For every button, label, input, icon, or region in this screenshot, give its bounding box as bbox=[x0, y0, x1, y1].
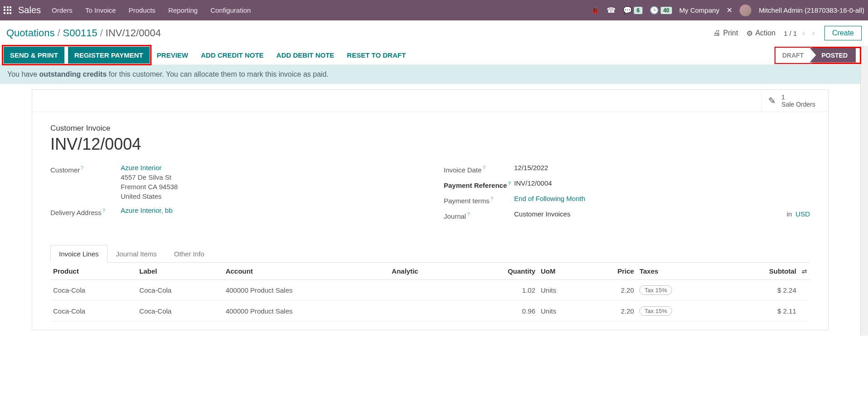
pager: 1 / 1 ‹ › bbox=[784, 29, 816, 37]
tabs: Invoice Lines Journal Items Other Info bbox=[50, 245, 810, 263]
stat-row: ✎ 1 Sale Orders bbox=[32, 90, 828, 112]
messages-badge: 6 bbox=[634, 7, 642, 14]
nav-links: Orders To Invoice Products Reporting Con… bbox=[52, 6, 590, 14]
messages-icon[interactable]: 💬6 bbox=[623, 6, 642, 15]
breadcrumb: Quotations/S00115/INV/12/0004 bbox=[6, 27, 161, 39]
th-label[interactable]: Label bbox=[137, 263, 223, 280]
payment-terms-link[interactable]: End of Following Month bbox=[514, 195, 585, 202]
journal-in: in bbox=[787, 210, 792, 218]
highlight-status: DRAFT POSTED bbox=[775, 48, 860, 63]
stat-label: Sale Orders bbox=[781, 101, 815, 108]
register-payment-button[interactable]: REGISTER PAYMENT bbox=[68, 47, 150, 64]
th-subtotal[interactable]: Subtotal bbox=[724, 263, 799, 280]
add-credit-note-button[interactable]: ADD CREDIT NOTE bbox=[195, 47, 270, 64]
avatar[interactable] bbox=[740, 5, 751, 16]
form-container: ✎ 1 Sale Orders Customer Invoice INV/12/… bbox=[0, 84, 860, 336]
breadcrumb-current: INV/12/0004 bbox=[106, 27, 161, 39]
tab-journal-items[interactable]: Journal Items bbox=[108, 245, 166, 263]
tab-other-info[interactable]: Other Info bbox=[166, 245, 213, 263]
status-draft[interactable]: DRAFT bbox=[775, 48, 812, 63]
form-sheet: ✎ 1 Sale Orders Customer Invoice INV/12/… bbox=[32, 89, 829, 330]
support-icon[interactable]: ☎ bbox=[607, 6, 616, 15]
delivery-label: Delivery Address? bbox=[50, 206, 121, 216]
activities-icon[interactable]: 🕒40 bbox=[650, 6, 672, 15]
scrollbar[interactable] bbox=[860, 46, 868, 336]
create-button[interactable]: Create bbox=[824, 26, 862, 40]
highlight-send-register: SEND & PRINT REGISTER PAYMENT bbox=[3, 46, 151, 64]
table-header-row: Product Label Account Analytic Quantity … bbox=[50, 263, 810, 280]
table-row[interactable]: Coca-ColaCoca-Cola400000 Product Sales1.… bbox=[50, 280, 810, 301]
th-account[interactable]: Account bbox=[223, 263, 389, 280]
th-analytic[interactable]: Analytic bbox=[389, 263, 462, 280]
breadcrumb-quotations[interactable]: Quotations bbox=[6, 27, 54, 39]
activities-badge: 40 bbox=[661, 7, 672, 14]
th-taxes[interactable]: Taxes bbox=[637, 263, 724, 280]
invoice-date-value: 12/15/2022 bbox=[514, 164, 810, 172]
print-button[interactable]: 🖨Print bbox=[713, 29, 738, 37]
addr-line-3: United States bbox=[121, 192, 417, 200]
tools-icon[interactable]: ✕ bbox=[726, 6, 732, 15]
tab-invoice-lines[interactable]: Invoice Lines bbox=[50, 245, 108, 263]
bug-icon[interactable]: 🐞 bbox=[590, 6, 599, 15]
invoice-lines-table: Product Label Account Analytic Quantity … bbox=[32, 263, 828, 330]
pager-prev[interactable]: ‹ bbox=[800, 29, 806, 37]
currency-link[interactable]: USD bbox=[795, 210, 810, 218]
apps-icon[interactable] bbox=[4, 6, 12, 15]
addr-line-1: 4557 De Silva St bbox=[121, 173, 417, 181]
outstanding-credits-alert: You have outstanding credits for this cu… bbox=[0, 65, 860, 84]
actions-row: SEND & PRINT REGISTER PAYMENT PREVIEW AD… bbox=[0, 46, 860, 65]
form-body: Customer Invoice INV/12/0004 Customer? A… bbox=[32, 112, 828, 236]
add-debit-note-button[interactable]: ADD DEBIT NOTE bbox=[270, 47, 341, 64]
nav-to-invoice[interactable]: To Invoice bbox=[85, 6, 116, 14]
breadcrumb-bar: Quotations/S00115/INV/12/0004 🖨Print ⚙Ac… bbox=[0, 20, 868, 46]
left-col: Customer? Azure Interior 4557 De Silva S… bbox=[50, 164, 417, 225]
payment-ref-value: INV/12/0004 bbox=[514, 179, 810, 187]
stat-count: 1 bbox=[781, 93, 815, 101]
th-price[interactable]: Price bbox=[586, 263, 637, 280]
sale-orders-stat[interactable]: ✎ 1 Sale Orders bbox=[761, 90, 828, 112]
heading-small: Customer Invoice bbox=[50, 124, 810, 133]
nav-orders[interactable]: Orders bbox=[52, 6, 73, 14]
pager-text: 1 / 1 bbox=[784, 29, 797, 37]
nav-reporting[interactable]: Reporting bbox=[168, 6, 198, 14]
payment-ref-label: Payment Reference? bbox=[444, 179, 514, 189]
heading-large: INV/12/0004 bbox=[50, 135, 810, 154]
nav-products[interactable]: Products bbox=[128, 6, 155, 14]
gear-icon: ⚙ bbox=[746, 29, 753, 38]
right-col: Invoice Date? 12/15/2022 Payment Referen… bbox=[444, 164, 810, 225]
payment-terms-label: Payment terms? bbox=[444, 195, 514, 205]
table-row[interactable]: Coca-ColaCoca-Cola400000 Product Sales0.… bbox=[50, 301, 810, 322]
reset-to-draft-button[interactable]: RESET TO DRAFT bbox=[341, 47, 412, 64]
company-name[interactable]: My Company bbox=[679, 6, 719, 14]
customer-link[interactable]: Azure Interior bbox=[121, 164, 162, 172]
bar-actions: 🖨Print ⚙Action 1 / 1 ‹ › Create bbox=[713, 26, 862, 40]
brand-label[interactable]: Sales bbox=[18, 5, 41, 15]
action-button[interactable]: ⚙Action bbox=[746, 29, 775, 38]
pager-next[interactable]: › bbox=[810, 29, 816, 37]
breadcrumb-order[interactable]: S00115 bbox=[63, 27, 98, 39]
addr-line-2: Fremont CA 94538 bbox=[121, 183, 417, 191]
send-print-button[interactable]: SEND & PRINT bbox=[4, 47, 64, 64]
nav-configuration[interactable]: Configuration bbox=[211, 6, 251, 14]
th-product[interactable]: Product bbox=[50, 263, 137, 280]
preview-button[interactable]: PREVIEW bbox=[151, 47, 195, 64]
th-uom[interactable]: UoM bbox=[538, 263, 586, 280]
journal-value: Customer Invoices bbox=[514, 210, 783, 218]
customer-label: Customer? bbox=[50, 164, 121, 174]
column-options-icon[interactable]: ⇄ bbox=[802, 268, 807, 275]
invoice-date-label: Invoice Date? bbox=[444, 164, 514, 174]
journal-label: Journal? bbox=[444, 210, 514, 220]
nav-right: 🐞 ☎ 💬6 🕒40 My Company ✕ Mitchell Admin (… bbox=[590, 5, 864, 16]
top-nav: Sales Orders To Invoice Products Reporti… bbox=[0, 0, 868, 20]
th-quantity[interactable]: Quantity bbox=[462, 263, 538, 280]
username[interactable]: Mitchell Admin (21870383-16-0-all) bbox=[759, 6, 864, 14]
edit-icon: ✎ bbox=[768, 95, 776, 106]
status-posted[interactable]: POSTED bbox=[809, 48, 856, 63]
delivery-link[interactable]: Azure Interior, bb bbox=[121, 206, 172, 214]
print-icon: 🖨 bbox=[713, 29, 721, 37]
